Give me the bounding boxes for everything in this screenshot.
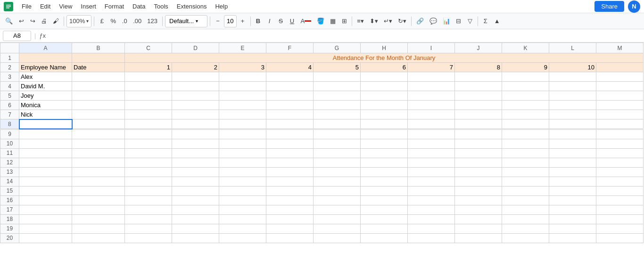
cell-f7[interactable] — [266, 110, 314, 119]
cell-d3[interactable] — [172, 72, 219, 82]
cell-a20[interactable] — [19, 233, 72, 243]
cell-b1[interactable] — [72, 53, 125, 63]
cell-b12[interactable] — [72, 158, 125, 167]
cell-b16[interactable] — [72, 195, 125, 205]
rotate-button[interactable]: ↻▾ — [396, 15, 409, 27]
cell-m18[interactable] — [596, 214, 644, 224]
cell-j9[interactable] — [455, 129, 502, 139]
menu-data[interactable]: Data — [129, 2, 149, 11]
cell-d7[interactable] — [172, 110, 219, 119]
cell-d4[interactable] — [172, 82, 219, 91]
cell-e14[interactable] — [219, 177, 266, 186]
cell-l20[interactable] — [549, 233, 596, 243]
cell-e13[interactable] — [219, 167, 266, 177]
cell-g5[interactable] — [314, 91, 361, 101]
cell-d18[interactable] — [172, 214, 219, 224]
row-header-9[interactable]: 9 — [0, 129, 19, 139]
cell-b9[interactable] — [72, 129, 125, 139]
cell-m2[interactable] — [596, 63, 644, 72]
cell-c19[interactable] — [125, 224, 172, 233]
menu-extensions[interactable]: Extensions — [173, 2, 211, 11]
paint-format-button[interactable]: 🖌 — [50, 15, 61, 27]
cell-m13[interactable] — [596, 167, 644, 177]
cell-e17[interactable] — [219, 205, 266, 214]
cell-a10[interactable] — [19, 139, 72, 148]
cell-j17[interactable] — [455, 205, 502, 214]
cell-g10[interactable] — [314, 139, 361, 148]
cell-l6[interactable] — [549, 101, 596, 110]
cell-e12[interactable] — [219, 158, 266, 167]
cell-j7[interactable] — [455, 110, 502, 119]
cell-k3[interactable] — [502, 72, 549, 82]
chart-button[interactable]: 📊 — [440, 15, 453, 27]
cell-j6[interactable] — [455, 101, 502, 110]
col-header-l[interactable]: L — [549, 43, 596, 53]
cell-g9[interactable] — [314, 129, 361, 139]
cell-e9[interactable] — [219, 129, 266, 139]
col-header-c[interactable]: C — [125, 43, 172, 53]
cell-b5[interactable] — [72, 91, 125, 101]
menu-format[interactable]: Format — [101, 2, 128, 11]
cell-a17[interactable] — [19, 205, 72, 214]
align-button[interactable]: ≡▾ — [355, 15, 366, 27]
cell-f19[interactable] — [266, 224, 314, 233]
row-header-12[interactable]: 12 — [0, 158, 19, 167]
cell-j13[interactable] — [455, 167, 502, 177]
cell-d10[interactable] — [172, 139, 219, 148]
font-size-inc-button[interactable]: + — [238, 15, 248, 27]
cell-e2[interactable]: 3 — [219, 63, 266, 72]
row-header-18[interactable]: 18 — [0, 214, 19, 224]
cell-d16[interactable] — [172, 195, 219, 205]
cell-k2[interactable]: 9 — [502, 63, 549, 72]
col-header-m[interactable]: M — [596, 43, 644, 53]
cell-d20[interactable] — [172, 233, 219, 243]
menu-tools[interactable]: Tools — [150, 2, 172, 11]
cell-j10[interactable] — [455, 139, 502, 148]
cell-h10[interactable] — [361, 139, 408, 148]
cell-m19[interactable] — [596, 224, 644, 233]
fill-color-button[interactable]: 🪣 — [314, 15, 327, 27]
cell-f16[interactable] — [266, 195, 314, 205]
cell-a12[interactable] — [19, 158, 72, 167]
col-header-a[interactable]: A — [19, 43, 72, 53]
underline-button[interactable]: U — [287, 15, 297, 27]
cell-a18[interactable] — [19, 214, 72, 224]
cell-g12[interactable] — [314, 158, 361, 167]
cell-h9[interactable] — [361, 129, 408, 139]
cell-e7[interactable] — [219, 110, 266, 119]
cell-d12[interactable] — [172, 158, 219, 167]
cell-d2[interactable]: 2 — [172, 63, 219, 72]
text-color-button[interactable]: A — [298, 15, 314, 27]
cell-a14[interactable] — [19, 177, 72, 186]
cell-k12[interactable] — [502, 158, 549, 167]
cell-g6[interactable] — [314, 101, 361, 110]
cell-g7[interactable] — [314, 110, 361, 119]
cell-b17[interactable] — [72, 205, 125, 214]
cell-d13[interactable] — [172, 167, 219, 177]
cell-i2[interactable]: 7 — [408, 63, 455, 72]
cell-i17[interactable] — [408, 205, 455, 214]
cell-m14[interactable] — [596, 177, 644, 186]
cell-b11[interactable] — [72, 148, 125, 158]
cell-i6[interactable] — [408, 101, 455, 110]
cell-m12[interactable] — [596, 158, 644, 167]
cell-m9[interactable] — [596, 129, 644, 139]
cell-h16[interactable] — [361, 195, 408, 205]
cell-a3[interactable]: Alex — [19, 72, 72, 82]
undo-button[interactable]: ↩ — [16, 15, 26, 27]
cell-i10[interactable] — [408, 139, 455, 148]
cell-m17[interactable] — [596, 205, 644, 214]
comment-button[interactable]: 💬 — [427, 15, 439, 27]
cell-f13[interactable] — [266, 167, 314, 177]
cell-a6[interactable]: Monica — [19, 101, 72, 110]
cell-h4[interactable] — [361, 82, 408, 91]
cell-h11[interactable] — [361, 148, 408, 158]
cell-f20[interactable] — [266, 233, 314, 243]
cell-c8[interactable] — [125, 119, 172, 129]
cell-d19[interactable] — [172, 224, 219, 233]
cell-c6[interactable] — [125, 101, 172, 110]
cell-b3[interactable] — [72, 72, 125, 82]
cell-j12[interactable] — [455, 158, 502, 167]
cell-e6[interactable] — [219, 101, 266, 110]
cell-l4[interactable] — [549, 82, 596, 91]
